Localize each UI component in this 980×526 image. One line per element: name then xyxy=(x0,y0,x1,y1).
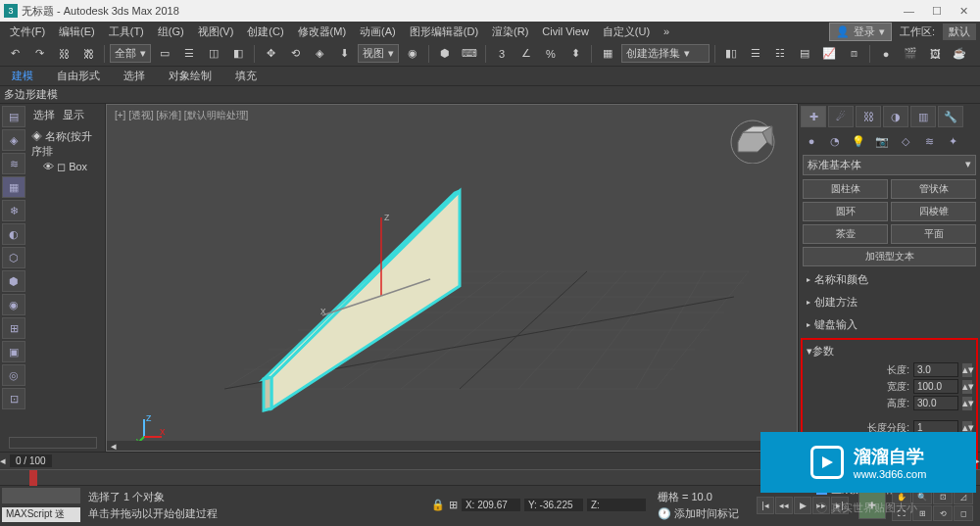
rect-select-button[interactable]: ◫ xyxy=(203,43,224,65)
maximize-icon[interactable]: ☐ xyxy=(932,5,942,18)
named-sel-button[interactable]: ▦ xyxy=(597,43,618,65)
helpers-icon[interactable]: ◇ xyxy=(895,131,916,151)
tab-modeling[interactable]: 建模 xyxy=(8,67,37,85)
curve-editor-button[interactable]: 📈 xyxy=(818,43,840,65)
window-crossing-button[interactable]: ◧ xyxy=(227,43,249,65)
menu-graph[interactable]: 图形编辑器(D) xyxy=(404,23,484,41)
shapes-icon[interactable]: ◔ xyxy=(824,131,846,151)
height-spinner[interactable]: 30.0 xyxy=(913,396,958,410)
unlink-button[interactable]: ⛓̸ xyxy=(77,43,99,65)
rollout-name-color[interactable]: ▸名称和颜色 xyxy=(803,270,976,289)
scale-button[interactable]: ◈ xyxy=(309,43,330,65)
spacewarps-icon[interactable]: ≋ xyxy=(918,131,940,151)
btn-pyramid[interactable]: 四棱锥 xyxy=(891,202,976,221)
material-button[interactable]: ● xyxy=(875,43,897,65)
scroll-left-icon[interactable]: ◂ xyxy=(111,440,117,453)
mirror-button[interactable]: ▮▯ xyxy=(720,43,742,65)
goto-start-button[interactable]: |◂ xyxy=(757,497,774,514)
utilities-tab[interactable]: 🔧 xyxy=(938,106,963,127)
placement-button[interactable]: ⬇ xyxy=(333,43,355,65)
timeline-left-icon[interactable]: ◂ xyxy=(0,454,6,467)
select-button[interactable]: ▭ xyxy=(154,43,175,65)
create-tab[interactable]: ✚ xyxy=(801,106,826,127)
sort-header[interactable]: ◈ 名称(按升序排 xyxy=(31,128,101,160)
manip-button[interactable]: ⬢ xyxy=(434,43,456,65)
layer-explorer-icon[interactable]: ◈ xyxy=(2,129,25,151)
display-tab[interactable]: ▥ xyxy=(910,106,936,127)
tab-freeform[interactable]: 自由形式 xyxy=(53,67,104,85)
close-icon[interactable]: ✕ xyxy=(959,5,968,18)
toggle-ribbon-button[interactable]: ▤ xyxy=(794,43,815,65)
menu-tools[interactable]: 工具(T) xyxy=(103,23,150,41)
rollout-keyboard[interactable]: ▸键盘输入 xyxy=(803,315,976,334)
angle-snap-button[interactable]: ∠ xyxy=(515,43,537,65)
freeze-icon[interactable]: ❄ xyxy=(2,200,25,221)
rollout-create-method[interactable]: ▸创建方法 xyxy=(803,293,976,311)
lights-icon[interactable]: 💡 xyxy=(848,131,869,151)
motion-tab[interactable]: ◑ xyxy=(883,106,908,127)
display-icon[interactable]: ▦ xyxy=(2,176,25,198)
lock-icon[interactable]: 🔒 xyxy=(431,499,445,511)
viewcube[interactable] xyxy=(728,115,777,164)
percent-snap-button[interactable]: % xyxy=(540,43,562,65)
render-setup-button[interactable]: 🎬 xyxy=(900,43,921,65)
coord-x[interactable]: X: 209.67 xyxy=(462,499,520,511)
btn-teapot[interactable]: 茶壶 xyxy=(803,224,888,244)
coord-z[interactable]: Z: xyxy=(587,499,646,511)
align-button[interactable]: ☰ xyxy=(745,43,766,65)
add-time-tag[interactable]: 🕐 添加时间标记 xyxy=(658,506,739,521)
geometry-icon[interactable]: ● xyxy=(801,131,822,151)
tab-populate[interactable]: 填充 xyxy=(231,67,261,85)
tool-icon-5[interactable]: ⊞ xyxy=(2,317,25,339)
menu-file[interactable]: 文件(F) xyxy=(4,23,51,41)
spinner-arrows[interactable]: ▴▾ xyxy=(962,363,972,377)
menu-more[interactable]: » xyxy=(658,24,675,39)
menu-custom[interactable]: 自定义(U) xyxy=(597,23,656,41)
spinner-arrows[interactable]: ▴▾ xyxy=(962,397,972,410)
btn-plane[interactable]: 平面 xyxy=(891,224,976,244)
cameras-icon[interactable]: 📷 xyxy=(871,131,893,151)
coord-y[interactable]: Y: -36.225 xyxy=(524,499,583,511)
tool-icon-1[interactable]: ◐ xyxy=(2,223,25,245)
menu-create[interactable]: 创建(C) xyxy=(241,23,289,41)
length-spinner[interactable]: 3.0 xyxy=(913,362,958,377)
btn-textplus[interactable]: 加强型文本 xyxy=(803,247,976,266)
tab-objectpaint[interactable]: 对象绘制 xyxy=(165,67,216,85)
width-spinner[interactable]: 100.0 xyxy=(913,379,958,394)
undo-button[interactable]: ↶ xyxy=(4,43,25,65)
btn-cylinder[interactable]: 圆柱体 xyxy=(803,179,888,199)
frame-indicator[interactable]: 0 / 100 xyxy=(10,454,52,467)
tool-icon-7[interactable]: ◎ xyxy=(2,364,25,386)
menu-edit[interactable]: 编辑(E) xyxy=(53,23,101,41)
filter-combo[interactable]: 全部▾ xyxy=(110,44,151,63)
hierarchy-tab[interactable]: ⛓ xyxy=(856,106,881,127)
tool-icon-4[interactable]: ◉ xyxy=(2,294,25,315)
selection-set-combo[interactable]: 创建选择集▾ xyxy=(621,44,710,63)
btn-torus[interactable]: 圆环 xyxy=(803,202,888,221)
menu-animation[interactable]: 动画(A) xyxy=(354,23,402,41)
tool-icon-2[interactable]: ⬡ xyxy=(2,247,25,268)
tab-display[interactable]: 显示 xyxy=(63,108,84,122)
viewport-label[interactable]: [+] [透视] [标准] [默认明暗处理] xyxy=(115,109,248,122)
tool-icon-8[interactable]: ⊡ xyxy=(2,388,25,409)
render-frame-button[interactable]: 🖼 xyxy=(924,43,946,65)
spinner-arrows[interactable]: ▴▾ xyxy=(962,380,972,394)
minimize-icon[interactable]: — xyxy=(904,5,914,18)
crease-explorer-icon[interactable]: ≋ xyxy=(2,153,25,174)
category-combo[interactable]: 标准基本体 ▾ xyxy=(803,155,976,175)
btn-tube[interactable]: 管状体 xyxy=(891,179,976,199)
menu-view[interactable]: 视图(V) xyxy=(192,23,240,41)
menu-group[interactable]: 组(G) xyxy=(152,23,190,41)
maxscript-listener[interactable]: MAXScript 迷 xyxy=(2,507,80,523)
rollout-params-header[interactable]: ▾参数 xyxy=(807,342,972,360)
viewport-scrollbar[interactable]: ◂ ▸ xyxy=(107,441,797,451)
viewport-canvas[interactable]: x z xyxy=(107,105,793,438)
menu-modifiers[interactable]: 修改器(M) xyxy=(292,23,353,41)
tool-icon-6[interactable]: ▣ xyxy=(2,341,25,362)
move-button[interactable]: ✥ xyxy=(260,43,281,65)
mini-listener[interactable] xyxy=(2,488,80,503)
refcoord-combo[interactable]: 视图▾ xyxy=(358,44,399,63)
redo-button[interactable]: ↷ xyxy=(28,43,50,65)
login-button[interactable]: 👤 登录 ▾ xyxy=(829,23,892,41)
tool-icon-3[interactable]: ⬢ xyxy=(2,270,25,292)
